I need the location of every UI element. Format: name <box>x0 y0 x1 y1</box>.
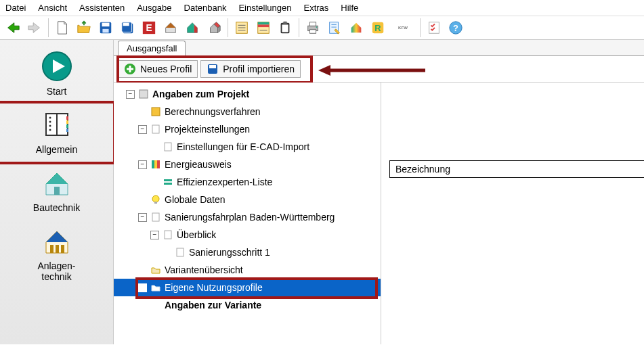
svg-rect-52 <box>152 108 160 116</box>
energy-house-button[interactable] <box>346 18 366 37</box>
svg-text:?: ? <box>453 23 458 33</box>
nav-back-button[interactable] <box>3 18 23 37</box>
tree-node-effizienzexperten[interactable]: Effizienzexperten-Liste <box>114 173 381 191</box>
grid-column-bezeichnung[interactable]: Bezeichnung <box>389 160 644 178</box>
svg-point-36 <box>49 121 51 123</box>
kfw-button[interactable]: KFW <box>389 18 416 37</box>
collapse-icon[interactable]: − <box>138 160 147 169</box>
svg-text:KFW: KFW <box>398 26 408 30</box>
svg-rect-63 <box>165 231 171 239</box>
menu-ausgabe[interactable]: Ausgabe <box>137 3 171 13</box>
page-icon <box>162 141 174 153</box>
import-profile-label: Profil importieren <box>223 64 295 74</box>
print-button[interactable] <box>303 18 323 37</box>
svg-point-37 <box>49 125 51 127</box>
house-colored-button[interactable] <box>182 18 202 37</box>
svg-rect-44 <box>50 245 53 253</box>
folder-icon <box>150 264 162 276</box>
svg-point-35 <box>49 117 51 119</box>
menu-hilfe[interactable]: Hilfe <box>341 3 358 13</box>
tree-node-sanierungsfahrplan[interactable]: − Sanierungsfahrplan Baden-Württemberg <box>114 208 381 226</box>
r-button[interactable]: R <box>368 18 388 37</box>
edit-doc-button[interactable] <box>324 18 345 37</box>
collapse-icon[interactable]: − <box>126 90 135 99</box>
svg-rect-13 <box>258 22 270 25</box>
play-icon <box>37 49 77 83</box>
tree-node-angaben-projekt[interactable]: − Angaben zum Projekt <box>114 85 381 103</box>
binder-small-icon <box>137 88 150 100</box>
list-green-icon <box>162 176 174 188</box>
checklist-button[interactable] <box>424 18 444 37</box>
tree-node-angaben-variante[interactable]: Angaben zur Variante <box>114 296 381 314</box>
svg-rect-14 <box>258 24 270 27</box>
profile-toolbar: Neues Profil Profil importieren <box>114 56 644 83</box>
menu-ansicht[interactable]: Ansicht <box>38 3 67 13</box>
import-profile-button[interactable]: Profil importieren <box>200 60 301 78</box>
project-tree[interactable]: − Angaben zum Projekt Berechnungsverfahr… <box>114 83 381 344</box>
nav-forward-button[interactable] <box>24 18 45 37</box>
svg-rect-62 <box>152 213 159 221</box>
save-button[interactable] <box>95 18 116 37</box>
save-all-button[interactable] <box>117 18 137 37</box>
new-profile-button[interactable]: Neues Profil <box>118 60 198 78</box>
tree-node-projekteinstellungen[interactable]: − Projekteinstellungen <box>114 120 381 138</box>
clipboard-button[interactable] <box>275 18 295 37</box>
collapse-icon[interactable]: − <box>138 125 147 134</box>
sidebar-item-bautechnik[interactable]: Bautechnik <box>0 162 113 220</box>
help-button[interactable]: ? <box>446 18 466 37</box>
list-color-button[interactable] <box>253 18 274 37</box>
svg-point-38 <box>49 129 51 131</box>
tree-node-eigene-nutzungsprofile[interactable]: Eigene Nutzungsprofile <box>114 279 381 296</box>
menu-datei[interactable]: Datei <box>5 3 26 13</box>
sidebar-label: Bautechnik <box>33 202 80 213</box>
svg-text:R: R <box>374 23 381 33</box>
sidebar-item-start[interactable]: Start <box>0 45 113 104</box>
toolbar: E R KFW ? <box>0 16 644 40</box>
svg-rect-42 <box>66 129 68 132</box>
e-button[interactable]: E <box>139 18 159 37</box>
svg-rect-46 <box>61 245 64 253</box>
sidebar-nav: Start Allgemein Bautechnik Anlagen- tech… <box>0 40 114 344</box>
menu-assistenten[interactable]: Assistenten <box>79 3 125 13</box>
house-gray-button[interactable] <box>160 18 181 37</box>
svg-rect-54 <box>165 143 171 151</box>
bulb-icon <box>150 193 162 206</box>
open-file-button[interactable] <box>74 18 94 37</box>
tree-node-ecad-import[interactable]: Einstellungen für E-CAD-Import <box>114 138 381 156</box>
sidebar-label: Allgemein <box>36 144 77 155</box>
tree-node-globale-daten[interactable]: Globale Daten <box>114 191 381 208</box>
svg-rect-41 <box>66 124 68 128</box>
menu-einstellungen[interactable]: Einstellungen <box>238 3 291 13</box>
svg-rect-43 <box>54 187 60 195</box>
list-button[interactable] <box>232 18 252 37</box>
tab-ausgangsfall[interactable]: Ausgangsfall <box>118 41 186 56</box>
tree-node-sanierungsschritt[interactable]: Sanierungsschritt 1 <box>114 244 381 261</box>
sidebar-item-allgemein[interactable]: Allgemein <box>0 104 113 162</box>
svg-rect-39 <box>66 116 68 120</box>
svg-rect-1 <box>102 23 110 27</box>
page-icon <box>174 246 186 258</box>
menu-extras[interactable]: Extras <box>303 3 328 13</box>
folder-icon <box>150 281 162 294</box>
menu-datenbank[interactable]: Datenbank <box>184 3 227 13</box>
house-3d-button[interactable] <box>204 18 224 37</box>
svg-point-22 <box>316 26 318 28</box>
svg-rect-5 <box>123 23 129 26</box>
new-file-button[interactable] <box>52 18 72 37</box>
svg-point-60 <box>152 196 159 202</box>
sidebar-item-anlagentechnik[interactable]: Anlagen- technik <box>0 220 113 289</box>
svg-rect-57 <box>157 160 160 168</box>
collapse-icon[interactable]: − <box>138 213 147 222</box>
house-tech-icon <box>37 224 77 258</box>
tree-node-energieausweis[interactable]: − Energieausweis <box>114 156 381 173</box>
tree-node-berechnung[interactable]: Berechnungsverfahren <box>114 103 381 120</box>
detail-pane: Bezeichnung <box>381 83 644 344</box>
tree-node-ueberblick[interactable]: − Überblick <box>114 226 381 244</box>
tree-node-variantenuebersicht[interactable]: Variantenübersicht <box>114 261 381 279</box>
svg-rect-64 <box>177 248 184 256</box>
svg-rect-51 <box>139 90 148 98</box>
svg-rect-45 <box>56 245 59 253</box>
collapse-icon[interactable]: − <box>150 231 159 239</box>
svg-rect-55 <box>152 160 154 168</box>
calc-icon <box>150 106 162 118</box>
